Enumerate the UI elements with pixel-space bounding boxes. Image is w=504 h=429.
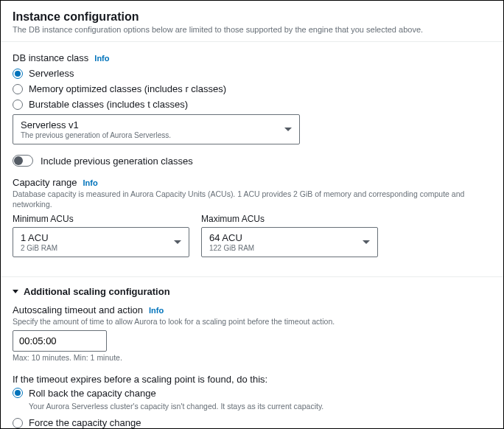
maximum-acus-select[interactable]: 64 ACU 122 GiB RAM: [201, 227, 378, 257]
capacity-range-info-link[interactable]: Info: [83, 178, 97, 187]
db-instance-class-radio-group: Serverless Memory optimized classes (inc…: [13, 68, 491, 110]
chevron-down-icon: [174, 240, 181, 244]
autoscaling-timeout-input[interactable]: [13, 330, 107, 352]
db-instance-class-info-link[interactable]: Info: [94, 54, 109, 63]
radio-button-icon: [13, 418, 23, 428]
additional-scaling-title: Additional scaling configuration: [24, 286, 170, 297]
radio-memory-optimized[interactable]: Memory optimized classes (includes r cla…: [13, 83, 491, 94]
radio-burstable-label: Burstable classes (includes t classes): [29, 99, 188, 110]
radio-button-icon: [13, 388, 23, 398]
min-acu-sub: 2 GiB RAM: [21, 244, 57, 252]
max-acu-sub: 122 GiB RAM: [209, 244, 254, 252]
minimum-acus-select[interactable]: 1 ACU 2 GiB RAM: [13, 227, 189, 257]
radio-rollback-desc: Your Aurora Serverless cluster's capacit…: [29, 402, 491, 412]
autoscaling-timeout-info-link[interactable]: Info: [149, 306, 164, 315]
select-subtext: The previous generation of Aurora Server…: [21, 131, 171, 139]
capacity-range-label: Capacity range: [13, 177, 77, 188]
radio-serverless[interactable]: Serverless: [13, 68, 491, 79]
panel-header: Instance configuration The DB instance c…: [1, 1, 503, 42]
panel-title: Instance configuration: [13, 10, 491, 24]
autoscaling-timeout-constraint: Max: 10 minutes. Min: 1 minute.: [13, 353, 491, 363]
chevron-down-icon: [363, 240, 370, 244]
radio-rollback-label: Roll back the capacity change: [29, 388, 156, 399]
select-value: Serverless v1: [21, 119, 171, 130]
instance-configuration-panel: Instance configuration The DB instance c…: [0, 0, 504, 429]
db-instance-class-label: DB instance class: [13, 52, 88, 63]
min-acu-value: 1 ACU: [21, 232, 57, 243]
radio-force[interactable]: Force the capacity change: [13, 417, 491, 428]
radio-button-icon: [13, 69, 23, 79]
timeout-action-prompt: If the timeout expires before a scaling …: [13, 374, 491, 385]
panel-description: The DB instance configuration options be…: [13, 25, 491, 34]
autoscaling-timeout-label: Autoscaling timeout and action: [13, 304, 143, 315]
db-instance-class-section: DB instance class Info Serverless Memory…: [1, 42, 503, 263]
minimum-acus-label: Minimum ACUs: [13, 214, 189, 224]
chevron-down-icon: [284, 128, 292, 131]
additional-scaling-expander[interactable]: Additional scaling configuration: [1, 277, 503, 297]
autoscaling-timeout-help: Specify the amount of time to allow Auro…: [13, 317, 491, 327]
max-acu-value: 64 ACU: [209, 232, 254, 243]
toggle-knob-icon: [14, 156, 23, 165]
maximum-acus-label: Maximum ACUs: [201, 214, 378, 224]
radio-button-icon: [13, 84, 23, 94]
radio-serverless-label: Serverless: [29, 68, 74, 79]
additional-scaling-body: Autoscaling timeout and action Info Spec…: [1, 297, 503, 429]
radio-memory-optimized-label: Memory optimized classes (includes r cla…: [29, 83, 226, 94]
include-previous-generation-toggle[interactable]: [13, 155, 33, 167]
radio-force-label: Force the capacity change: [29, 417, 141, 428]
radio-burstable[interactable]: Burstable classes (includes t classes): [13, 99, 491, 110]
radio-button-icon: [13, 100, 23, 110]
caret-down-icon: [13, 290, 18, 293]
radio-rollback[interactable]: Roll back the capacity change: [13, 388, 491, 399]
capacity-range-help: Database capacity is measured in Aurora …: [13, 189, 491, 209]
serverless-version-select[interactable]: Serverless v1 The previous generation of…: [13, 114, 300, 144]
include-previous-generation-label: Include previous generation classes: [41, 156, 193, 167]
